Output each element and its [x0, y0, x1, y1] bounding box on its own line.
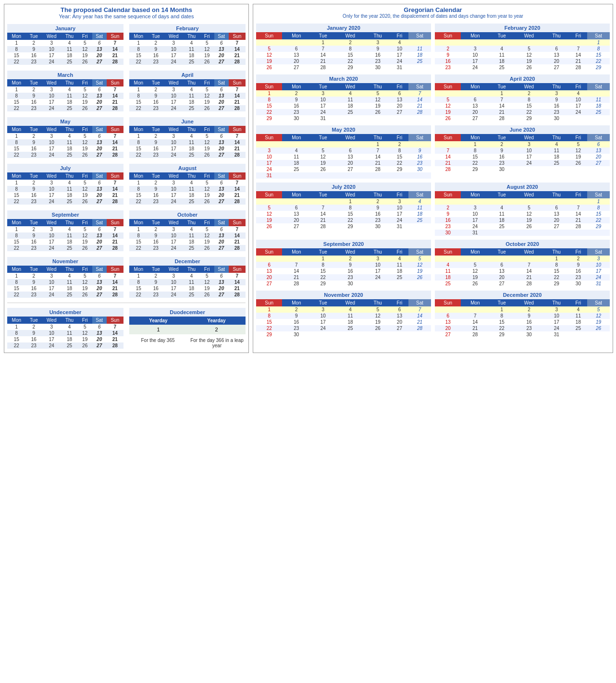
- calendar-day: 18: [183, 239, 199, 245]
- calendar-day: 19: [200, 192, 214, 198]
- calendar-day: 18: [183, 146, 199, 152]
- calendar-day: 19: [200, 285, 214, 292]
- calendar-day: 20: [92, 192, 107, 198]
- calendar-day: [335, 115, 365, 122]
- day-header: Sat: [214, 33, 229, 40]
- calendar-day: [408, 331, 431, 338]
- calendar-day: 18: [391, 268, 409, 274]
- calendar-day: [489, 256, 514, 262]
- calendar-day: 14: [107, 232, 123, 239]
- calendar-day: 19: [365, 319, 391, 325]
- calendar-day: 8: [129, 186, 148, 192]
- day-header: Sun: [256, 134, 282, 141]
- calendar-day: 19: [200, 146, 214, 152]
- day-header: Sun: [256, 299, 282, 306]
- calendar-day: 7: [310, 205, 335, 211]
- calendar-day: 13: [214, 46, 229, 52]
- calendar-day: 5: [365, 306, 391, 313]
- calendar-day: [587, 166, 610, 172]
- calendar-day: 10: [164, 93, 183, 99]
- calendar-day: 21: [107, 285, 123, 292]
- calendar-day: 24: [391, 58, 409, 64]
- calendar-day: 26: [514, 64, 544, 71]
- calendar-day: 29: [461, 166, 489, 172]
- calendar-day: 11: [61, 186, 77, 192]
- day-header: Sat: [587, 83, 610, 90]
- calendar-day: 25: [435, 281, 461, 287]
- calendar-day: [489, 230, 514, 236]
- calendar-day: 6: [92, 324, 107, 330]
- calendar-day: 17: [42, 192, 61, 198]
- calendar-day: 9: [26, 279, 42, 285]
- calendar-day: 30: [569, 281, 588, 287]
- calendar-day: 31: [544, 331, 569, 338]
- calendar-day: 30: [514, 331, 544, 338]
- calendar-day: 19: [365, 103, 391, 109]
- calendar-day: 8: [7, 46, 26, 52]
- calendar-day: 9: [435, 211, 461, 217]
- calendar-day: 21: [408, 319, 431, 325]
- day-header: Fri: [391, 134, 409, 141]
- day-header: Mon: [129, 126, 148, 133]
- calendar-day: 24: [164, 152, 183, 158]
- calendar-day: 28: [408, 325, 431, 331]
- calendar-day: 12: [78, 279, 92, 285]
- calendar-day: 1: [310, 39, 335, 46]
- calendar-day: 11: [282, 154, 310, 160]
- left-header: The proposed Calendar based on 14 Months…: [4, 4, 248, 21]
- day-header: Fri: [569, 299, 588, 306]
- calendar-day: 15: [129, 192, 148, 198]
- calendar-day: 28: [461, 331, 489, 338]
- day-header: Thu: [183, 126, 199, 133]
- calendar-day: 9: [26, 330, 42, 336]
- calendar-day: 19: [408, 268, 431, 274]
- calendar-day: 24: [569, 109, 588, 115]
- calendar-day: 17: [164, 99, 183, 105]
- day-header: Thu: [544, 134, 569, 141]
- calendar-day: 6: [214, 273, 229, 279]
- month-title: April 2020: [435, 74, 610, 83]
- calendar-day: 23: [489, 160, 514, 166]
- calendar-day: 7: [435, 147, 461, 154]
- calendar-day: [365, 115, 391, 122]
- calendar-day: 4: [569, 306, 588, 313]
- left-month: JanuaryMonTueWedThuFriSatSun123456789101…: [7, 24, 123, 65]
- calendar-day: 18: [435, 274, 461, 281]
- calendar-day: 14: [282, 268, 310, 274]
- calendar-day: 29: [391, 166, 409, 172]
- day-header: Thu: [183, 266, 199, 273]
- calendar-day: 20: [489, 274, 514, 281]
- calendar-day: 2: [26, 324, 42, 330]
- calendar-day: [435, 306, 461, 313]
- yearday-note-2: For the day 366 in a leap year: [188, 336, 246, 350]
- calendar-day: 3: [544, 90, 569, 97]
- day-header: Tue: [26, 79, 42, 86]
- calendar-day: 22: [7, 59, 26, 65]
- calendar-day: 5: [200, 226, 214, 232]
- calendar-day: 18: [183, 285, 199, 292]
- calendar-day: 12: [78, 139, 92, 146]
- day-header: Tue: [26, 126, 42, 133]
- calendar-day: 9: [335, 262, 365, 268]
- calendar-day: 9: [282, 313, 310, 319]
- calendar-day: 27: [92, 59, 107, 65]
- day-header: Fri: [391, 32, 409, 39]
- calendar-day: 28: [229, 198, 246, 205]
- calendar-day: 11: [183, 232, 199, 239]
- calendar-day: 10: [42, 232, 61, 239]
- calendar-day: 16: [514, 319, 544, 325]
- calendar-day: 13: [391, 313, 409, 319]
- calendar-day: [282, 198, 310, 205]
- day-header: Sat: [408, 248, 431, 256]
- month-title: April: [129, 71, 246, 79]
- calendar-table: MonTueWedThuFriSatSun1234567891011121314…: [7, 79, 123, 111]
- calendar-day: 28: [229, 59, 246, 65]
- calendar-day: 7: [107, 180, 123, 186]
- day-header: Wed: [42, 219, 61, 226]
- right-calendar-table: SunMonTueWedThuFriSat1234567891011121314…: [435, 83, 610, 122]
- right-month: June 2020SunMonTueWedThuFriSat1234567891…: [435, 125, 610, 179]
- calendar-day: 21: [107, 336, 123, 342]
- calendar-day: [569, 39, 588, 46]
- calendar-day: 1: [256, 90, 282, 97]
- day-header: Mon: [282, 299, 310, 306]
